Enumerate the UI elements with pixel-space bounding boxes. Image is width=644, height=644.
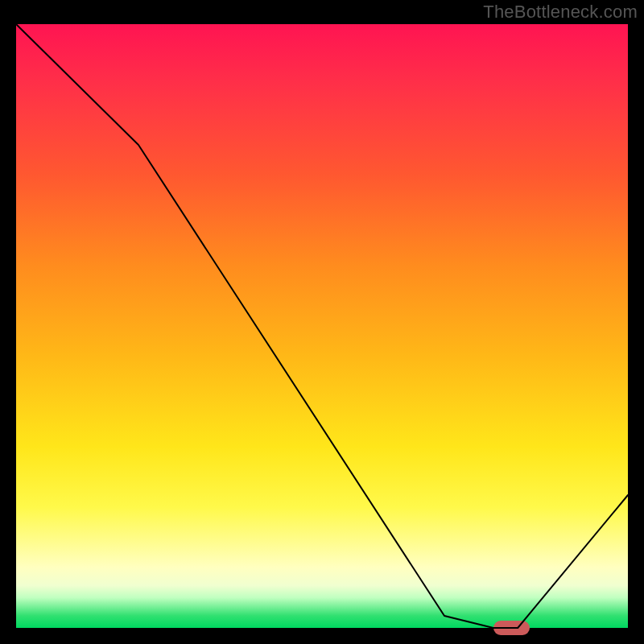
chart-root: TheBottleneck.com [0, 0, 644, 644]
attribution-label: TheBottleneck.com [483, 2, 638, 23]
bottleneck-curve-svg [16, 24, 628, 628]
bottleneck-curve-path [16, 24, 628, 628]
plot-area [16, 24, 628, 628]
